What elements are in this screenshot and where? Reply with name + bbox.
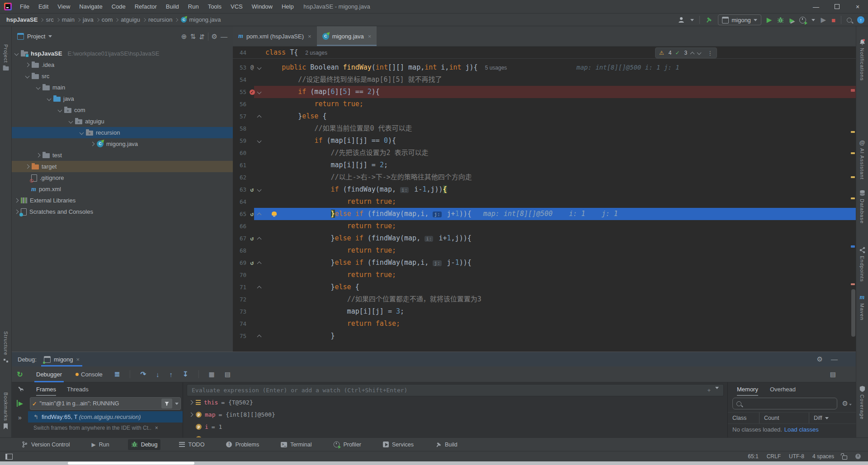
tool-tab-project[interactable]: Project (0, 44, 11, 71)
code-line-56[interactable]: 56 return true; (233, 98, 856, 110)
add-watch-icon[interactable]: + (707, 387, 711, 394)
build-hammer-icon[interactable] (705, 16, 712, 23)
scrollbar-thumb[interactable] (851, 289, 855, 337)
toolbar-item-version-control[interactable]: Version Control (18, 439, 73, 450)
breadcrumb-item[interactable]: hspJavaSE (6, 16, 38, 23)
fold-expanded-icon[interactable] (257, 188, 262, 192)
show-execution-point-icon[interactable]: ≣ (114, 370, 120, 378)
toolbar-item-todo[interactable]: TODO (176, 439, 208, 450)
menu-item-code[interactable]: Code (107, 3, 130, 10)
code-line-66[interactable]: 66 return true; (233, 220, 856, 232)
settings-icon[interactable]: ⚙ (212, 33, 217, 41)
gutter-icon-cell[interactable]: ↺ (248, 208, 256, 220)
debug-hide-icon[interactable]: — (831, 355, 838, 363)
tool-tab-coverage[interactable]: Coverage (856, 385, 868, 420)
tree-item-scratches-and-consoles[interactable]: Scratches and Consoles (12, 206, 233, 217)
code-text[interactable]: }else if (findWay(map, i: i+1,j)){ (263, 232, 856, 244)
code-line-61[interactable]: 61 map[i][j] = 2; (233, 159, 856, 171)
code-text[interactable]: if (map[6][5] == 2){ (263, 86, 856, 98)
fold-cell[interactable] (256, 135, 263, 147)
breadcrumb-item[interactable]: atguigu (121, 16, 140, 23)
code-text[interactable]: //先把该点设置为2 表示可以走 (263, 147, 856, 159)
fold-cell[interactable] (256, 244, 263, 257)
code-line-54[interactable]: 54 //设定最终找到坐标是map[6][5] 就不再找了 (233, 74, 856, 86)
memory-tab-overhead[interactable]: Overhead (770, 382, 796, 396)
line-number[interactable]: 59 (233, 135, 248, 147)
toolbar-item-services[interactable]: Services (380, 439, 417, 450)
line-number[interactable]: 62 (233, 171, 248, 183)
tool-tab-ai-assistant[interactable]: @AI Assistant (856, 139, 868, 179)
stack-frame-row[interactable]: ↰ findWay:65, T (com.atguigu.recursion) (28, 411, 183, 423)
settings-wrench-icon[interactable] (17, 386, 24, 393)
fold-end-icon[interactable] (257, 286, 262, 291)
code-text[interactable]: if (findWay(map, i: i-1,j)){ (263, 183, 856, 196)
chevron-right-icon[interactable] (90, 142, 95, 146)
tree-item-main[interactable]: main (12, 82, 233, 93)
fold-cell[interactable] (256, 281, 263, 293)
tool-tab-notifications[interactable]: Notifications (856, 39, 868, 81)
fold-end-icon[interactable] (257, 213, 262, 217)
close-icon[interactable]: × (76, 356, 80, 363)
code-text[interactable]: }else if (findWay(map,i, j: j-1)){ (263, 257, 856, 269)
code-line-53[interactable]: 53@map: int[8][]@500 i: 1 j: 1 public Bo… (233, 61, 856, 74)
menu-item-edit[interactable]: Edit (34, 3, 53, 10)
code-text[interactable]: return true; (263, 244, 856, 257)
step-into-icon[interactable]: ↓ (156, 371, 160, 378)
fold-end-icon[interactable] (257, 262, 262, 266)
editor-tab-migong-java[interactable]: migong.java× (317, 26, 377, 46)
code-text[interactable]: if (map[i][j] == 0){ (263, 135, 856, 147)
code-line-70[interactable]: 70 return true; (233, 269, 856, 281)
menu-item-help[interactable]: Help (277, 3, 298, 10)
tree-item-recursion[interactable]: recursion (12, 127, 233, 138)
code-text[interactable]: return true; (263, 220, 856, 232)
toolbar-item-debug[interactable]: Debug (128, 439, 161, 450)
fold-cell[interactable] (256, 232, 263, 244)
line-number[interactable]: 53 (233, 61, 248, 74)
tree-item-java[interactable]: java (12, 93, 233, 104)
gutter-icon-cell[interactable] (248, 305, 256, 318)
gutter-icon-cell[interactable] (248, 269, 256, 281)
code-text[interactable]: //设定最终找到坐标是map[6][5] 就不再找了 (263, 74, 856, 86)
debug-settings-icon[interactable]: ⚙ (817, 355, 823, 363)
fold-expanded-icon[interactable] (257, 139, 262, 143)
close-icon[interactable]: × (308, 33, 311, 40)
attach-run-icon[interactable]: ▶ (821, 16, 826, 24)
code-text[interactable]: //以上->右->下->左的策略往其他四个方向走 (263, 171, 856, 183)
filter-funnel-icon[interactable] (161, 399, 172, 409)
memory-column-diff[interactable]: Diff (809, 413, 845, 423)
gutter-icon-cell[interactable] (248, 318, 256, 330)
sticky-header-line[interactable]: 44class T{2 usages⚠4✓3⋮ (233, 47, 856, 59)
gutter-icon-cell[interactable] (248, 196, 256, 208)
chevron-right-icon[interactable] (14, 198, 19, 203)
line-number[interactable]: 44 (233, 47, 248, 59)
memory-column-class[interactable]: Class (728, 413, 760, 423)
load-classes-link[interactable]: Load classes (784, 426, 819, 433)
tree-item-com[interactable]: com (12, 104, 233, 116)
fold-cell[interactable] (256, 293, 263, 305)
gutter-icon-cell[interactable] (248, 86, 256, 98)
fold-end-icon[interactable] (257, 115, 262, 120)
gutter-icon-cell[interactable] (248, 47, 256, 59)
menu-item-run[interactable]: Run (184, 3, 203, 10)
code-line-65[interactable]: 65↺ }else if (findWay(map,i, j: j+1)){ma… (233, 208, 856, 220)
code-line-57[interactable]: 57 }else { (233, 110, 856, 122)
chevron-down-icon[interactable] (47, 97, 52, 101)
fold-cell[interactable] (256, 257, 263, 269)
evaluate-expression-icon[interactable]: ▦ (209, 371, 215, 378)
prev-issue-icon[interactable] (690, 52, 695, 56)
fold-cell[interactable] (256, 183, 263, 196)
fold-end-icon[interactable] (257, 237, 262, 242)
line-number[interactable]: 63 (233, 183, 248, 196)
toolbar-item-problems[interactable]: !Problems (223, 439, 262, 450)
debug-tab-console[interactable]: Console (74, 366, 104, 382)
line-number[interactable]: 66 (233, 220, 248, 232)
close-button[interactable]: × (847, 0, 868, 13)
code-text[interactable]: //如果四个位置都走不通，就将该位置置为3 (263, 293, 856, 305)
maximize-button[interactable] (826, 0, 847, 13)
code-text[interactable]: public Boolean findWay(int[][] map,int i… (263, 61, 856, 74)
tree-item-atguigu[interactable]: atguigu (12, 116, 233, 127)
fold-cell[interactable] (256, 61, 263, 74)
inspection-gauge-icon[interactable] (855, 454, 861, 459)
fold-cell[interactable] (256, 74, 263, 86)
line-number[interactable]: 57 (233, 110, 248, 122)
